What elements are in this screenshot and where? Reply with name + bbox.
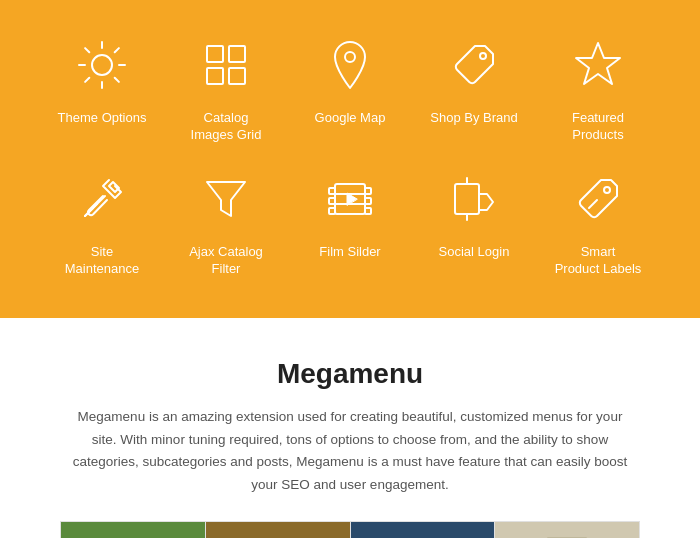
google-map-item[interactable]: Google Map <box>290 30 410 127</box>
svg-marker-10 <box>207 182 245 216</box>
shop-by-brand-icon <box>439 30 509 100</box>
featured-products-icon <box>563 30 633 100</box>
svg-rect-4 <box>229 68 245 84</box>
svg-point-0 <box>92 55 112 75</box>
strip-image-3 <box>351 522 496 538</box>
svg-marker-7 <box>576 43 620 84</box>
featured-products-item[interactable]: FeaturedProducts <box>538 30 658 144</box>
svg-point-6 <box>480 53 486 59</box>
svg-rect-3 <box>207 68 223 84</box>
feature-row-1: Theme Options CatalogImages Grid Goo <box>40 30 660 144</box>
svg-point-23 <box>604 187 610 193</box>
catalog-images-grid-label: CatalogImages Grid <box>191 110 262 144</box>
megamenu-section: Megamenu Megamenu is an amazing extensio… <box>0 318 700 538</box>
smart-product-labels-icon <box>563 164 633 234</box>
svg-point-5 <box>345 52 355 62</box>
social-login-item[interactable]: Social Login <box>414 164 534 261</box>
strip-image-4 <box>495 522 639 538</box>
svg-rect-16 <box>365 198 371 204</box>
feature-row-2: SiteMaintenance Ajax CatalogFilter <box>40 164 660 278</box>
svg-line-24 <box>589 200 597 208</box>
svg-rect-25 <box>103 532 163 538</box>
svg-rect-17 <box>365 208 371 214</box>
orange-features-section: Theme Options CatalogImages Grid Goo <box>0 0 700 318</box>
strip-image-2 <box>206 522 351 538</box>
ajax-catalog-filter-label: Ajax CatalogFilter <box>189 244 263 278</box>
featured-products-label: FeaturedProducts <box>572 110 624 144</box>
svg-rect-2 <box>229 46 245 62</box>
svg-rect-15 <box>365 188 371 194</box>
catalog-images-grid-item[interactable]: CatalogImages Grid <box>166 30 286 144</box>
film-slider-label: Film Silder <box>319 244 380 261</box>
ajax-catalog-filter-item[interactable]: Ajax CatalogFilter <box>166 164 286 278</box>
ajax-catalog-filter-icon <box>191 164 261 234</box>
svg-rect-31 <box>537 532 597 538</box>
theme-options-icon <box>67 30 137 100</box>
megamenu-title: Megamenu <box>50 358 650 390</box>
svg-rect-14 <box>329 208 335 214</box>
site-maintenance-item[interactable]: SiteMaintenance <box>42 164 162 278</box>
catalog-images-grid-icon <box>191 30 261 100</box>
svg-rect-1 <box>207 46 223 62</box>
site-maintenance-label: SiteMaintenance <box>65 244 139 278</box>
google-map-icon <box>315 30 385 100</box>
svg-rect-20 <box>455 184 479 214</box>
megamenu-description: Megamenu is an amazing extension used fo… <box>70 406 630 498</box>
site-maintenance-icon <box>67 164 137 234</box>
image-strip <box>60 521 640 538</box>
film-slider-icon <box>315 164 385 234</box>
smart-product-labels-label: SmartProduct Labels <box>555 244 642 278</box>
svg-rect-29 <box>392 532 452 538</box>
google-map-label: Google Map <box>315 110 386 127</box>
social-login-icon <box>439 164 509 234</box>
shop-by-brand-label: Shop By Brand <box>430 110 517 127</box>
svg-rect-12 <box>329 188 335 194</box>
shop-by-brand-item[interactable]: Shop By Brand <box>414 30 534 127</box>
svg-rect-13 <box>329 198 335 204</box>
film-slider-item[interactable]: Film Silder <box>290 164 410 261</box>
smart-product-labels-item[interactable]: SmartProduct Labels <box>538 164 658 278</box>
strip-image-1 <box>61 522 206 538</box>
theme-options-label: Theme Options <box>58 110 147 127</box>
social-login-label: Social Login <box>439 244 510 261</box>
svg-rect-27 <box>248 532 308 538</box>
theme-options-item[interactable]: Theme Options <box>42 30 162 127</box>
